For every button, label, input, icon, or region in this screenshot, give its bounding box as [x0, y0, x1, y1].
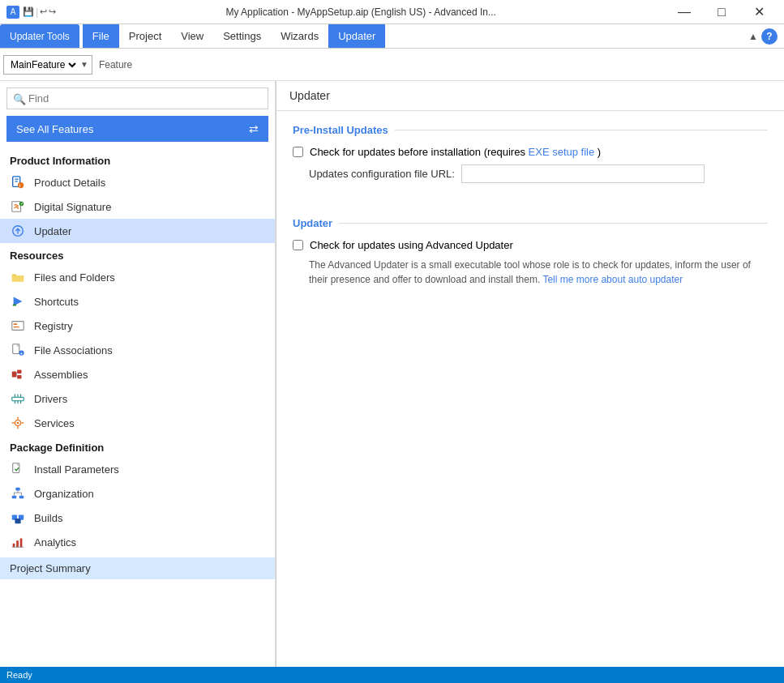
sidebar-item-builds[interactable]: Builds [0, 506, 275, 530]
sidebar-item-file-associations[interactable]: + File Associations [0, 338, 275, 362]
undo-icon[interactable]: ↩ [40, 6, 47, 17]
organization-label: Organization [34, 488, 94, 500]
sidebar-item-analytics[interactable]: Analytics [0, 530, 275, 554]
pre-install-section: Pre-Install Updates Check for updates be… [276, 111, 784, 204]
url-input[interactable] [461, 164, 705, 183]
svg-line-20 [16, 374, 17, 377]
builds-label: Builds [34, 512, 62, 524]
see-all-features-button[interactable]: See All Features ⇄ [6, 116, 268, 142]
url-row: Updates configuration file URL: [293, 164, 768, 183]
svg-rect-17 [17, 370, 21, 374]
sidebar-item-files-folders[interactable]: Files and Folders [0, 265, 275, 289]
svg-rect-12 [14, 327, 19, 327]
folder-icon [10, 269, 26, 285]
install-icon [10, 461, 26, 477]
title-bar: A 💾 | ↩ ↪ My Application - MyAppSetup.ai… [0, 0, 784, 24]
advanced-updater-row: Check for updates using Advanced Updater [293, 239, 768, 251]
sidebar-item-updater[interactable]: Updater [0, 219, 275, 243]
sidebar-item-install-parameters[interactable]: Install Parameters [0, 457, 275, 481]
svg-rect-46 [16, 540, 19, 547]
exe-setup-link[interactable]: EXE setup file [529, 146, 595, 158]
files-folders-label: Files and Folders [34, 271, 115, 284]
advanced-updater-checkbox[interactable] [293, 240, 303, 250]
product-details-label: Product Details [34, 177, 105, 189]
menu-settings[interactable]: Settings [213, 24, 271, 48]
separator: | [36, 6, 38, 18]
updater-icon [10, 223, 26, 239]
feature-bar: MainFeature ▼ Feature [0, 49, 784, 81]
svg-rect-1 [15, 179, 19, 180]
analytics-icon [10, 534, 26, 550]
svg-rect-10 [12, 322, 24, 331]
product-information-header: Product Information [0, 148, 275, 170]
check-updates-row: Check for updates before installation (r… [293, 146, 768, 158]
file-assoc-icon: + [10, 342, 26, 358]
menu-bar: Updater Tools File Project View Settings… [0, 24, 784, 49]
maximize-button[interactable]: □ [703, 0, 740, 24]
svg-rect-18 [17, 375, 21, 379]
status-bar: Ready [0, 667, 784, 683]
svg-rect-11 [14, 323, 18, 325]
svg-rect-35 [15, 488, 19, 491]
svg-rect-37 [19, 496, 24, 499]
sidebar-item-drivers[interactable]: Drivers [0, 386, 275, 411]
assemblies-label: Assemblies [34, 369, 88, 381]
menu-project[interactable]: Project [119, 24, 171, 48]
feature-dropdown[interactable]: MainFeature [7, 58, 79, 71]
analytics-label: Analytics [34, 536, 76, 549]
app-icon: A [6, 6, 19, 19]
updater-tools-tab[interactable]: Updater Tools [0, 24, 79, 48]
url-label: Updates configuration file URL: [309, 168, 455, 180]
help-button[interactable]: ? [761, 28, 778, 45]
redo-icon[interactable]: ↪ [49, 6, 56, 17]
minimize-button[interactable]: — [666, 0, 703, 24]
sidebar-item-assemblies[interactable]: Assemblies [0, 362, 275, 386]
sidebar-item-registry[interactable]: Registry [0, 314, 275, 338]
menu-wizards[interactable]: Wizards [271, 24, 328, 48]
drivers-label: Drivers [34, 393, 67, 405]
sidebar-item-services[interactable]: Services [0, 411, 275, 435]
menu-updater[interactable]: Updater [328, 24, 385, 48]
svg-rect-44 [15, 519, 20, 523]
content-area: Updater Pre-Install Updates Check for up… [276, 81, 784, 667]
learn-more-link[interactable]: Tell me more about auto updater [542, 274, 683, 285]
file-associations-label: File Associations [34, 344, 113, 356]
svg-text:✓: ✓ [20, 202, 24, 206]
sidebar: 🔍 See All Features ⇄ Product Information… [0, 81, 276, 667]
shortcut-icon [10, 293, 26, 309]
svg-rect-47 [20, 539, 23, 548]
services-label: Services [34, 417, 75, 429]
project-summary[interactable]: Project Summary [0, 557, 275, 579]
collapse-button[interactable]: ▲ [748, 31, 758, 42]
sidebar-item-product-details[interactable]: i Product Details [0, 170, 275, 194]
registry-label: Registry [34, 320, 73, 332]
quick-access-icon[interactable]: 💾 [23, 6, 34, 17]
switch-icon: ⇄ [249, 122, 259, 135]
search-box: 🔍 [6, 88, 268, 109]
assembly-icon [10, 366, 26, 382]
dropdown-arrow: ▼ [80, 60, 88, 69]
signature-icon: ✓ [10, 198, 26, 215]
window-title: My Application - MyAppSetup.aip (English… [56, 6, 666, 18]
svg-line-19 [16, 372, 17, 374]
updater-section-title: Updater [293, 217, 768, 229]
search-input[interactable] [6, 88, 268, 109]
check-updates-checkbox[interactable] [293, 147, 303, 157]
pre-install-title: Pre-Install Updates [293, 124, 768, 136]
builds-icon [10, 510, 26, 526]
menu-view[interactable]: View [171, 24, 213, 48]
registry-icon [10, 318, 26, 334]
org-icon [10, 485, 26, 502]
product-icon: i [10, 174, 26, 190]
see-all-features-label: See All Features [16, 123, 93, 135]
title-bar-left: A 💾 | ↩ ↪ [6, 6, 56, 19]
close-button[interactable]: ✕ [740, 0, 778, 24]
svg-rect-21 [12, 397, 24, 401]
sidebar-item-shortcuts[interactable]: Shortcuts [0, 289, 275, 314]
svg-rect-2 [15, 181, 18, 181]
menu-file[interactable]: File [83, 24, 119, 48]
service-icon [10, 415, 26, 431]
sidebar-item-organization[interactable]: Organization [0, 481, 275, 506]
sidebar-item-digital-signature[interactable]: ✓ Digital Signature [0, 194, 275, 219]
svg-rect-16 [12, 371, 16, 377]
